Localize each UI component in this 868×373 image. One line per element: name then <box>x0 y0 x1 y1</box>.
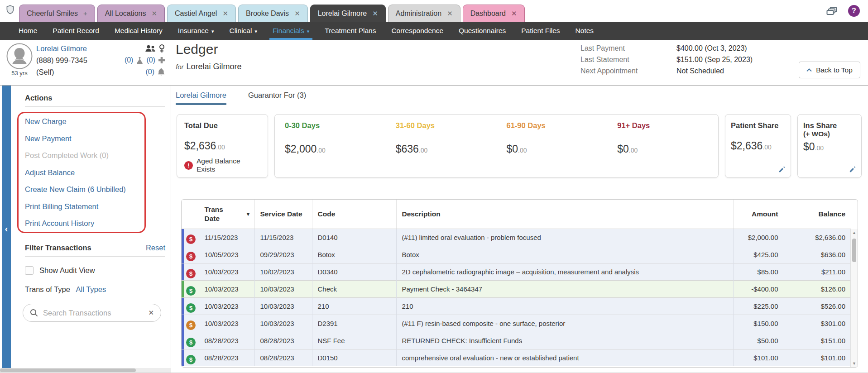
aging-label: 61-90 Days <box>507 121 608 130</box>
nav-medical-history[interactable]: Medical History <box>107 22 170 40</box>
audit-view-label: Show Audit View <box>39 266 95 275</box>
tab-label: Brooke Davis <box>246 10 289 18</box>
tab-label: Lorelai Gilmore <box>318 10 367 18</box>
window-tabs: Cheerful Smiles + All Locations ✕ Castie… <box>19 5 525 22</box>
help-icon[interactable]: ? <box>848 5 860 17</box>
back-to-top-button[interactable]: Back to Top <box>799 62 860 78</box>
table-row[interactable]: $ 10/03/202310/03/2023D2391(#11 F) resin… <box>182 315 851 332</box>
window-tab-bar: Cheerful Smiles + All Locations ✕ Castie… <box>0 0 868 22</box>
patient-age: 53 yrs <box>6 70 33 77</box>
scroll-up-icon[interactable]: ▲ <box>851 230 858 235</box>
tab-guarantor-for[interactable]: Guarantor For (3) <box>248 91 306 105</box>
alerts-count[interactable]: (0) <box>145 68 154 76</box>
action-print-account-history[interactable]: Print Account History <box>25 215 126 232</box>
audit-view-row: Show Audit View <box>25 266 165 275</box>
edit-pencil-icon[interactable] <box>849 166 856 173</box>
main-nav: Home Patient Record Medical History Insu… <box>0 22 868 40</box>
aging-bucket-31-60: 31-60 Days $636.00 <box>386 121 497 171</box>
card-label: Patient Share <box>731 121 785 130</box>
table-scrollbar[interactable]: ▲ ▼ <box>850 229 858 367</box>
ledger-main: Lorelai Gilmore Guarantor For (3) Total … <box>171 86 868 373</box>
close-icon[interactable]: ✕ <box>294 10 300 18</box>
dollar-icon: $ <box>186 234 196 244</box>
tab-label: Cheerful Smiles <box>27 10 78 18</box>
trans-type-label: Trans of Type <box>25 285 70 293</box>
filter-title: Filter Transactions <box>25 244 91 252</box>
horizontal-scrollbar[interactable] <box>0 368 171 373</box>
tab-label: Dashboard <box>470 10 506 18</box>
lab-cases-count[interactable]: (0) <box>125 56 134 64</box>
tab-castiel-angel[interactable]: Castiel Angel ✕ <box>167 5 236 22</box>
nav-notes[interactable]: Notes <box>568 22 602 40</box>
action-adjust-balance[interactable]: Adjust Balance <box>25 164 126 182</box>
nav-treatment-plans[interactable]: Treatment Plans <box>317 22 384 40</box>
chevron-left-icon[interactable]: ‹ <box>2 224 11 234</box>
ins-share-amount: $0.00 <box>803 141 856 153</box>
sidebar-collapse-bar[interactable]: ‹ <box>2 86 11 368</box>
add-tab-icon[interactable]: + <box>83 10 87 17</box>
stat-label: Last Statement <box>580 56 676 64</box>
action-print-billing-statement[interactable]: Print Billing Statement <box>25 198 126 215</box>
nav-insurance[interactable]: Insurance▾ <box>170 22 222 40</box>
col-balance[interactable]: Balance <box>784 200 851 229</box>
close-icon[interactable]: ✕ <box>222 10 228 18</box>
patient-share-card: Patient Share $2,636.00 <box>725 114 791 178</box>
tab-all-locations[interactable]: All Locations ✕ <box>97 5 165 22</box>
tab-cheerful-smiles[interactable]: Cheerful Smiles + <box>19 5 95 22</box>
tab-label: Castiel Angel <box>175 10 217 18</box>
aging-card: 0-30 Days $2,000.00 31-60 Days $636.00 6… <box>274 114 719 178</box>
tab-dashboard[interactable]: Dashboard ✕ <box>463 5 525 22</box>
ledger-header: Ledger forLorelai Gilmore <box>176 42 242 72</box>
close-icon[interactable]: ✕ <box>372 10 378 18</box>
table-row[interactable]: $ 11/15/202311/15/2023D0140(#11) limited… <box>182 229 851 246</box>
bell-icon <box>158 68 165 76</box>
edit-pencil-icon[interactable] <box>778 166 785 173</box>
nav-clinical[interactable]: Clinical▾ <box>221 22 265 40</box>
table-row[interactable]: $ 10/05/202309/29/2023BotoxBotox$425.00$… <box>182 246 851 263</box>
action-new-charge[interactable]: New Charge <box>25 113 126 130</box>
table-row-payment[interactable]: $ 10/03/202310/03/2023CheckPayment Check… <box>182 280 851 297</box>
table-row[interactable]: $ 10/03/202310/02/2023D03402D cephalomet… <box>182 263 851 280</box>
col-amount[interactable]: Amount <box>733 200 784 229</box>
col-trans-date-sort[interactable]: Trans Date ▼ <box>199 200 254 229</box>
filter-reset-link[interactable]: Reset <box>146 244 165 252</box>
trans-type-row: Trans of Type All Types <box>25 285 165 294</box>
account-stats: Last Payment $400.00 (Oct 3, 2023) Last … <box>580 44 753 75</box>
clear-search-icon[interactable]: ✕ <box>148 309 154 317</box>
scrollbar-thumb[interactable] <box>852 239 856 262</box>
nav-patient-record[interactable]: Patient Record <box>45 22 107 40</box>
close-icon[interactable]: ✕ <box>511 10 517 18</box>
table-row[interactable]: $ 08/28/202308/28/2023D0150comprehensive… <box>182 349 851 366</box>
patient-name-link[interactable]: Lorelai Gilmore <box>36 43 87 54</box>
search-input[interactable] <box>42 308 144 318</box>
tab-patient-ledger[interactable]: Lorelai Gilmore <box>176 91 226 105</box>
scroll-down-icon[interactable]: ▼ <box>851 361 858 366</box>
nav-financials-active[interactable]: Financials▾ <box>265 22 317 40</box>
medical-conditions-count[interactable]: (0) <box>146 56 155 64</box>
action-create-new-claim[interactable]: Create New Claim (6 Unbilled) <box>25 181 126 198</box>
action-new-payment[interactable]: New Payment <box>25 130 126 148</box>
show-audit-view-checkbox[interactable] <box>25 266 34 275</box>
tab-lorelai-gilmore-active[interactable]: Lorelai Gilmore ✕ <box>310 5 386 22</box>
tab-brooke-davis[interactable]: Brooke Davis ✕ <box>238 5 308 22</box>
table-row[interactable]: $ 08/28/202308/28/2023NSF FeeRETURNED CH… <box>182 332 851 349</box>
window-restore-icon[interactable] <box>826 7 837 15</box>
ins-share-card: Ins Share (+ WOs) $0.00 <box>797 114 862 178</box>
nav-correspondence[interactable]: Correspondence <box>384 22 451 40</box>
patient-avatar[interactable]: 53 yrs <box>6 43 33 77</box>
trans-type-value-link[interactable]: All Types <box>76 285 106 293</box>
col-code[interactable]: Code <box>312 200 396 229</box>
table-row[interactable]: $ 10/03/202310/03/2023210210$225.00$526.… <box>182 297 851 315</box>
col-service-date[interactable]: Service Date <box>254 200 312 229</box>
nav-questionnaires[interactable]: Questionnaires <box>451 22 513 40</box>
close-icon[interactable]: ✕ <box>447 10 453 18</box>
tab-label: Administration <box>396 10 441 18</box>
nav-patient-files[interactable]: Patient Files <box>513 22 567 40</box>
patient-summary: Lorelai Gilmore (888) 999-7345 (Self) <box>36 43 87 78</box>
nav-home[interactable]: Home <box>11 22 45 40</box>
tab-administration[interactable]: Administration ✕ <box>388 5 460 22</box>
col-description[interactable]: Description <box>396 200 733 229</box>
close-icon[interactable]: ✕ <box>151 10 157 18</box>
sort-desc-icon[interactable]: ▼ <box>246 211 251 217</box>
horizontal-scrollbar-thumb[interactable] <box>0 368 136 372</box>
